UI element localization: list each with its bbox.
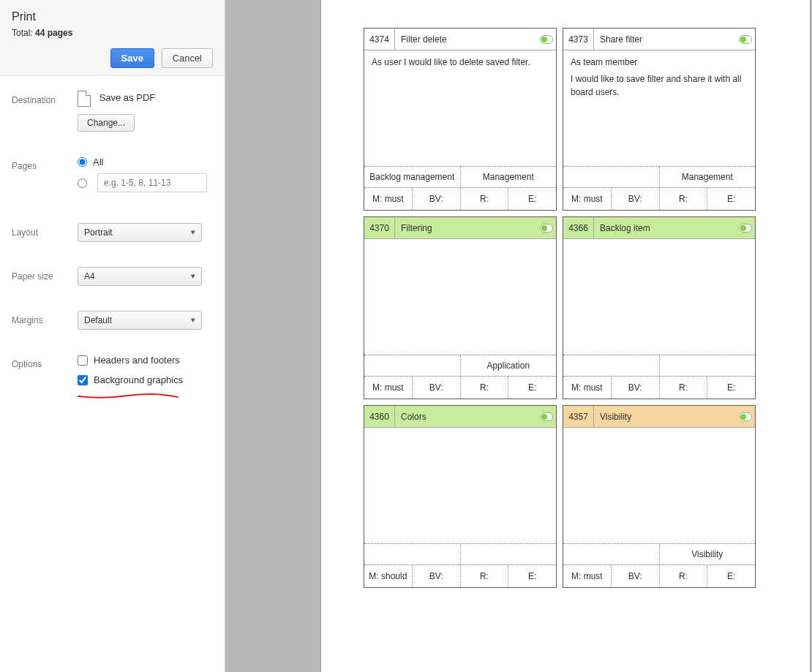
card-tag-row	[563, 355, 755, 377]
card-tag-row: Application	[364, 355, 556, 377]
card-meta: M: should	[364, 565, 412, 587]
destination-label: Destination	[12, 91, 78, 105]
toggle-icon	[739, 35, 752, 44]
card-title: Visibility	[594, 406, 736, 427]
card-tag-row	[364, 543, 556, 565]
card-body-line: As team member	[571, 56, 748, 69]
card-title: Filter delete	[395, 29, 537, 50]
save-button[interactable]: Save	[110, 48, 154, 68]
paper-size-select[interactable]: A4	[78, 267, 202, 286]
card-meta: R:	[460, 377, 508, 399]
card-meta: M: must	[563, 377, 611, 399]
card-meta: M: must	[364, 377, 412, 399]
card-meta: R:	[659, 188, 707, 210]
card-toggle[interactable]	[537, 29, 556, 50]
card-body: As user I would like to delete saved fil…	[364, 50, 556, 166]
card-tag	[563, 544, 659, 565]
destination-body: Save as PDF Change...	[78, 91, 213, 132]
card-tag	[364, 355, 460, 376]
card: 4366Backlog itemM: mustBV:R:E:	[563, 216, 756, 399]
margins-select[interactable]: Default	[78, 311, 202, 330]
card-tag: Management	[659, 167, 756, 187]
print-title: Print	[12, 10, 213, 23]
card-tag	[460, 544, 557, 565]
card-toggle[interactable]	[736, 406, 755, 427]
options-label: Options	[12, 355, 78, 369]
change-destination-button[interactable]: Change...	[78, 114, 135, 132]
card-body	[563, 239, 755, 355]
card-id: 4373	[563, 29, 594, 50]
headers-footers-label: Headers and footers	[94, 355, 180, 366]
card-tag	[659, 355, 756, 376]
row-pages: Pages All	[12, 149, 213, 216]
card-tag	[364, 544, 460, 565]
pages-all-option[interactable]: All	[78, 156, 213, 167]
pages-range-option[interactable]	[78, 173, 213, 192]
card: 4373Share filterAs team memberI would li…	[563, 28, 756, 211]
headers-footers-checkbox[interactable]	[78, 355, 88, 366]
card-meta: BV:	[412, 565, 460, 587]
row-layout: Layout Portrait	[12, 216, 213, 260]
card-meta: BV:	[412, 188, 460, 210]
background-graphics-label: Background graphics	[94, 374, 183, 385]
sidebar-header: Print Total: 44 pages Save Cancel	[0, 0, 225, 76]
card-meta: R:	[659, 377, 707, 399]
card-toggle[interactable]	[736, 217, 755, 238]
toggle-icon	[739, 224, 752, 233]
headers-footers-option[interactable]: Headers and footers	[78, 355, 213, 366]
card-meta: BV:	[412, 377, 460, 399]
card-header: 4360Colors	[364, 406, 556, 428]
card-meta-row: M: mustBV:R:E:	[364, 377, 556, 399]
background-graphics-option[interactable]: Background graphics	[78, 374, 213, 385]
card-id: 4366	[563, 217, 594, 238]
card-header: 4370Filtering	[364, 217, 556, 239]
total-prefix: Total:	[12, 28, 35, 38]
toggle-icon	[540, 35, 553, 44]
card-meta: BV:	[611, 188, 659, 210]
card-tag-row: Backlog managementManagement	[364, 166, 556, 188]
card-grid: 4374Filter deleteAs user I would like to…	[364, 28, 756, 588]
card-id: 4370	[364, 217, 395, 238]
card-toggle[interactable]	[736, 29, 755, 50]
print-sidebar: Print Total: 44 pages Save Cancel Destin…	[0, 0, 225, 672]
annotation-underline	[77, 391, 179, 399]
background-graphics-checkbox[interactable]	[78, 375, 88, 385]
pages-body: All	[78, 156, 213, 198]
total-value: 44 pages	[35, 28, 72, 38]
card-id: 4374	[364, 29, 395, 50]
card: 4360ColorsM: shouldBV:R:E:	[364, 405, 557, 588]
card-meta: M: must	[563, 565, 611, 587]
card-header: 4366Backlog item	[563, 217, 755, 239]
card-tag: Visibility	[659, 544, 756, 565]
layout-select[interactable]: Portrait	[78, 223, 202, 242]
settings-area: Destination Save as PDF Change... Pages …	[0, 76, 225, 412]
file-icon	[78, 91, 91, 107]
card-meta: M: must	[563, 188, 611, 210]
card-meta-row: M: mustBV:R:E:	[364, 188, 556, 210]
card-header: 4374Filter delete	[364, 29, 556, 50]
card-body	[563, 428, 755, 543]
card-meta-row: M: mustBV:R:E:	[563, 565, 755, 587]
card-toggle[interactable]	[537, 406, 556, 427]
cancel-button[interactable]: Cancel	[162, 48, 213, 68]
card-tag-row: Management	[563, 166, 755, 188]
card: 4374Filter deleteAs user I would like to…	[364, 28, 557, 211]
card-toggle[interactable]	[537, 217, 556, 238]
card-tag	[563, 167, 659, 187]
card-meta-row: M: mustBV:R:E:	[563, 188, 755, 210]
pages-all-radio[interactable]	[78, 157, 87, 167]
card-header: 4357Visibility	[563, 406, 755, 428]
card-title: Backlog item	[594, 217, 736, 238]
card-meta: E:	[508, 188, 556, 210]
card-meta-row: M: mustBV:R:E:	[563, 377, 755, 399]
pages-all-label: All	[93, 156, 103, 167]
row-paper: Paper size A4	[12, 260, 213, 303]
pages-range-radio[interactable]	[78, 178, 87, 188]
button-row: Save Cancel	[12, 48, 213, 68]
pages-label: Pages	[12, 156, 78, 171]
toggle-icon	[540, 412, 553, 421]
card-id: 4360	[364, 406, 395, 427]
card-id: 4357	[563, 406, 594, 427]
card-meta: BV:	[611, 565, 659, 587]
pages-range-input[interactable]	[97, 173, 207, 192]
